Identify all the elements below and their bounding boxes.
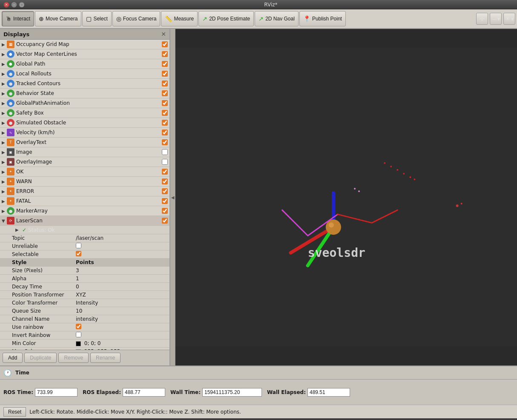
- status-row: ▶ ✓ Status: Ok: [0, 226, 169, 234]
- interact-button[interactable]: 🖱 Interact: [2, 11, 34, 26]
- expand-arrow[interactable]: ▶: [2, 140, 7, 145]
- minus-button[interactable]: —▾: [490, 13, 502, 25]
- item-checkbox[interactable]: [162, 149, 168, 155]
- item-checkbox[interactable]: [162, 61, 168, 67]
- expand-arrow[interactable]: ▶: [2, 150, 7, 155]
- pose-estimate-button[interactable]: ↗ 2D Pose Estimate: [198, 11, 254, 26]
- item-checkbox[interactable]: [162, 139, 168, 145]
- window-title: RViz*: [28, 2, 514, 8]
- expand-arrow[interactable]: ▶: [2, 121, 7, 125]
- list-item[interactable]: ▶ ● Behavior State: [0, 89, 169, 98]
- rename-button[interactable]: Rename: [90, 353, 121, 363]
- select-button[interactable]: ▢ Select: [82, 11, 111, 26]
- list-item[interactable]: ▶ ✦ ERROR: [0, 187, 169, 196]
- maximize-button[interactable]: □: [19, 2, 25, 8]
- item-checkbox[interactable]: [162, 110, 168, 116]
- item-checkbox[interactable]: [162, 100, 168, 106]
- expand-arrow[interactable]: ▶: [2, 199, 7, 204]
- expand-arrow[interactable]: ▶: [2, 62, 7, 66]
- displays-list[interactable]: ▶ ▦ Occupancy Grid Map ▶ ● Vector Map Ce…: [0, 40, 169, 350]
- prop-val: 1: [76, 276, 168, 282]
- wall-time-input[interactable]: [202, 388, 262, 397]
- status-arrow[interactable]: ▶: [15, 227, 20, 232]
- expand-arrow[interactable]: ▶: [2, 81, 7, 86]
- list-item[interactable]: ▶ ▣ Image: [0, 147, 169, 157]
- expand-arrow[interactable]: ▶: [2, 72, 7, 76]
- item-checkbox[interactable]: [162, 159, 168, 165]
- remove-button[interactable]: Remove: [58, 353, 89, 363]
- list-item[interactable]: ▶ ✦ FATAL: [0, 196, 169, 206]
- min-color-swatch[interactable]: [76, 341, 81, 346]
- svg-point-14: [354, 188, 356, 190]
- expand-arrow[interactable]: ▶: [2, 189, 7, 194]
- item-checkbox[interactable]: [162, 81, 168, 86]
- displays-close[interactable]: ✕: [161, 31, 166, 37]
- selectable-checkbox[interactable]: [76, 251, 81, 256]
- close-button[interactable]: ✕: [3, 2, 9, 8]
- list-item[interactable]: ▶ ● Global Path: [0, 59, 169, 69]
- expand-arrow[interactable]: ▶: [2, 111, 7, 115]
- prop-val[interactable]: [76, 324, 168, 331]
- add-button[interactable]: Add: [3, 353, 23, 363]
- list-item[interactable]: ▶ ● Safety Box: [0, 108, 169, 118]
- item-checkbox[interactable]: [162, 90, 168, 96]
- item-checkbox[interactable]: [162, 169, 168, 175]
- unreliable-checkbox[interactable]: [76, 243, 81, 248]
- expand-arrow[interactable]: ▶: [2, 91, 7, 96]
- prop-val[interactable]: [76, 332, 168, 339]
- item-checkbox[interactable]: [162, 208, 168, 214]
- nav-goal-button[interactable]: ↗ 2D Nav Goal: [255, 11, 299, 26]
- expand-arrow[interactable]: ▶: [2, 130, 7, 135]
- expand-arrow[interactable]: ▶: [2, 101, 7, 106]
- list-item[interactable]: ▶ ✦ WARN: [0, 177, 169, 187]
- viewport[interactable]: sveolsdr: [175, 29, 517, 365]
- item-checkbox[interactable]: [162, 188, 168, 194]
- rainbow-checkbox[interactable]: [76, 324, 81, 329]
- expand-arrow[interactable]: ▶: [2, 170, 7, 174]
- move-camera-button[interactable]: ⊕ Move Camera: [35, 11, 81, 26]
- eye-button[interactable]: 👁▾: [503, 13, 515, 25]
- item-checkbox[interactable]: [162, 218, 168, 224]
- minimize-button[interactable]: –: [11, 2, 17, 8]
- list-item[interactable]: ▶ ✦ OK: [0, 167, 169, 177]
- list-item[interactable]: ▶ ∿ Velocity (km/h): [0, 128, 169, 138]
- measure-button[interactable]: 📏 Measure: [161, 11, 198, 26]
- reset-button[interactable]: Reset: [3, 407, 26, 417]
- expand-arrow[interactable]: ▶: [2, 179, 7, 184]
- list-item[interactable]: ▶ ▣ OverlayImage: [0, 157, 169, 167]
- publish-point-button[interactable]: 📍 Publish Point: [299, 11, 346, 26]
- duplicate-button[interactable]: Duplicate: [24, 353, 57, 363]
- crosshair-button[interactable]: ✛: [476, 13, 488, 25]
- item-checkbox[interactable]: [162, 71, 168, 77]
- list-item[interactable]: ▶ ● Vector Map CenterLines: [0, 49, 169, 59]
- item-checkbox[interactable]: [162, 41, 168, 47]
- list-item[interactable]: ▶ T OverlayText: [0, 138, 169, 147]
- list-item[interactable]: ▶ ▦ Occupancy Grid Map: [0, 40, 169, 49]
- wall-elapsed-input[interactable]: [307, 388, 350, 397]
- expand-arrow[interactable]: ▼: [2, 219, 7, 223]
- list-item[interactable]: ▶ ● MarkerArray: [0, 206, 169, 216]
- item-checkbox[interactable]: [162, 129, 168, 135]
- list-item[interactable]: ▶ ● Tracked Contours: [0, 79, 169, 89]
- expand-arrow[interactable]: ▶: [2, 42, 7, 47]
- expand-arrow[interactable]: ▶: [2, 160, 7, 164]
- prop-val[interactable]: [76, 243, 168, 250]
- ros-time-input[interactable]: [35, 388, 78, 397]
- item-label: Vector Map CenterLines: [16, 51, 162, 57]
- item-checkbox[interactable]: [162, 178, 168, 184]
- expand-arrow[interactable]: ▶: [2, 52, 7, 57]
- item-label: Image: [16, 149, 162, 155]
- invert-checkbox[interactable]: [76, 332, 81, 337]
- item-checkbox[interactable]: [162, 120, 168, 126]
- focus-camera-button[interactable]: ◎ Focus Camera: [112, 11, 161, 26]
- item-checkbox[interactable]: [162, 198, 168, 204]
- list-item[interactable]: ▶ ● Local Rollouts: [0, 69, 169, 79]
- list-item[interactable]: ▼ ⟳ LaserScan: [0, 216, 169, 226]
- ros-elapsed-input[interactable]: [123, 388, 165, 397]
- list-item[interactable]: ▶ ● GlobalPathAnimation: [0, 98, 169, 108]
- prop-val[interactable]: [76, 251, 168, 258]
- item-checkbox[interactable]: [162, 51, 168, 57]
- expand-arrow[interactable]: ▶: [2, 209, 7, 213]
- collapse-handle[interactable]: ◀: [170, 29, 175, 365]
- list-item[interactable]: ▶ ● Simulated Obstacle: [0, 118, 169, 128]
